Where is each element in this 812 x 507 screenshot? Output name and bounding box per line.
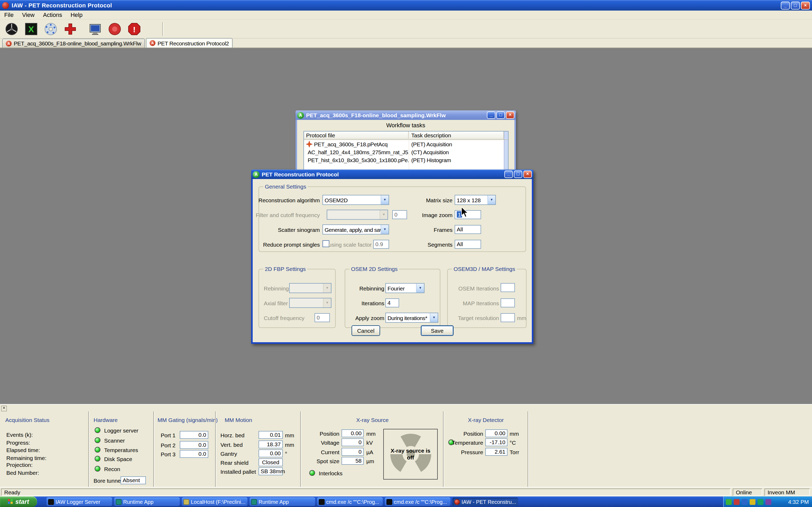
selected-value: 128 x 128 (455, 197, 488, 203)
close-button[interactable]: × (506, 111, 514, 119)
column-header-task-description[interactable]: Task description (409, 131, 504, 140)
maximize-button[interactable]: □ (791, 1, 800, 9)
cancel-button[interactable]: Cancel (352, 325, 380, 336)
scrollbar[interactable] (504, 140, 508, 148)
taskbar-item[interactable]: cmd.exe /c ""C:\Prog... (317, 498, 383, 506)
menu-view[interactable]: View (18, 11, 39, 19)
separator (443, 411, 444, 488)
field-label: Events (k): (6, 432, 33, 438)
field-label: Elapsed time: (6, 447, 40, 454)
taskbar-item[interactable]: cmd.exe /c ""C:\Prog... (385, 498, 450, 506)
taskbar-item[interactable]: IAW Logger Server (47, 498, 112, 506)
chevron-down-icon[interactable]: ▼ (416, 284, 424, 293)
separator (153, 411, 154, 488)
field-value: 58 (342, 457, 364, 465)
table-row[interactable]: PET_acq_3600s_F18.pPetAcq (PET) Acquisit… (304, 140, 508, 148)
tray-icon[interactable] (765, 499, 771, 505)
menu-actions[interactable]: Actions (39, 11, 66, 19)
taskbar-item[interactable]: Runtime App (250, 498, 315, 506)
menu-file[interactable]: File (0, 11, 18, 19)
taskbar-item-active[interactable]: IAW - PET Reconstru... (453, 498, 518, 506)
osem2d-rebinning-label: Rebinning (359, 285, 384, 292)
section-title: Acquisition Status (5, 417, 49, 423)
tab-reconstruction-protocol[interactable]: A PET Reconstruction Protocol2 (146, 38, 233, 48)
save-button[interactable]: Save (421, 325, 454, 336)
main-titlebar[interactable]: IAW - PET Reconstruction Protocol _ □ × (0, 0, 812, 11)
tab-strip: A PET_acq_3600s_F18-online_blood_samplin… (0, 39, 812, 48)
apply-zoom-select[interactable]: During iterations* ▼ (386, 313, 438, 323)
close-button[interactable]: × (801, 1, 810, 9)
maximize-button[interactable]: □ (496, 111, 505, 119)
tray-icon[interactable] (758, 499, 763, 505)
close-button[interactable]: × (523, 171, 532, 178)
chevron-down-icon[interactable]: ▼ (488, 195, 495, 205)
xray-source-section: X-ray Source Position 0.00 mm Voltage 0 … (302, 411, 443, 488)
mm-gating-section: MM Gating (signals/min) Port 1 0.0 Port … (155, 411, 215, 488)
panel-close-button[interactable]: × (1, 406, 7, 411)
tray-icon[interactable] (734, 499, 740, 505)
online-status: Online (733, 489, 762, 496)
osem-iterations-label: OSEM Iterations (458, 285, 499, 292)
taskbar-item[interactable]: LocalHost (F:\Preclini... (182, 498, 247, 506)
start-button[interactable]: start (0, 496, 37, 507)
field-unit: mm (366, 431, 375, 437)
minimize-button[interactable]: _ (781, 1, 790, 9)
add-icon[interactable] (63, 21, 78, 36)
disc-icon[interactable] (43, 21, 58, 36)
field-value: SB 38mm (258, 467, 283, 475)
reconstruction-algorithm-select[interactable]: OSEM2D ▼ (322, 195, 389, 205)
scrollbar[interactable] (504, 148, 508, 156)
scale-factor-label: using scale factor (328, 241, 372, 248)
osem2d-rebinning-select[interactable]: Fourier ▼ (386, 283, 424, 293)
tray-icon[interactable] (750, 499, 755, 505)
mm-motion-section: MM Motion Horz. bed 0.01 mm Vert. bed 18… (217, 411, 300, 488)
dialog-titlebar[interactable]: A PET Reconstruction Protocol _ □ × (251, 170, 534, 179)
toolbar: X ! (0, 19, 812, 39)
menu-help[interactable]: Help (66, 11, 87, 19)
monitor-icon[interactable] (88, 21, 103, 36)
table-row[interactable]: AC_half_120_4x4_180ms_275mm_rat_J5... (C… (304, 148, 508, 156)
table-row[interactable]: PET_hist_6x10_8x30_5x300_1x1800.pPe... (… (304, 156, 508, 164)
record-icon[interactable] (107, 21, 122, 36)
separator (88, 411, 89, 488)
chevron-down-icon[interactable]: ▼ (430, 313, 438, 322)
stop-icon[interactable]: ! (127, 21, 142, 36)
group-legend: OSEM3D / MAP Settings (452, 266, 517, 272)
field-value: 0.00 (342, 429, 364, 437)
matrix-size-select[interactable]: 128 x 128 ▼ (455, 195, 496, 205)
frames-field[interactable]: All (455, 225, 481, 234)
scatter-sinogram-select[interactable]: Generate, apply, and save ▼ (322, 224, 389, 234)
minimize-button[interactable]: _ (504, 171, 513, 178)
separator (527, 411, 529, 488)
xray-off-text: X-ray source is off (389, 447, 432, 461)
target-resolution-label: Target resolution (458, 314, 499, 322)
screen: IAW - PET Reconstruction Protocol _ □ × … (0, 0, 812, 507)
field-value: 18.37 (258, 441, 283, 448)
segments-field[interactable]: All (455, 240, 481, 249)
chevron-down-icon[interactable]: ▼ (380, 225, 389, 234)
field-unit: ° (285, 450, 287, 457)
taskbar-item[interactable]: Runtime App (114, 498, 180, 506)
pet-acquisition-icon (306, 141, 312, 147)
workflow-titlebar[interactable]: A PET_acq_3600s_F18-online_blood_samplin… (296, 110, 516, 120)
group-legend: 2D FBP Settings (263, 266, 307, 272)
iterations-field[interactable]: 4 (386, 298, 399, 307)
column-header-protocol-file[interactable]: Protocol file (304, 131, 409, 140)
excel-icon[interactable]: X (24, 21, 39, 36)
tray-icon[interactable] (726, 499, 732, 505)
console-icon (48, 499, 54, 505)
field-value: Closed (258, 458, 283, 466)
target-resolution-unit: mm (517, 314, 526, 322)
chevron-down-icon[interactable]: ▼ (380, 195, 389, 205)
scrollbar[interactable] (504, 156, 508, 164)
scrollbar[interactable] (504, 131, 508, 140)
aperture-icon[interactable] (4, 21, 19, 36)
scale-factor-field: 0.9 (373, 240, 389, 249)
status-led (95, 427, 100, 433)
maximize-button[interactable]: □ (514, 171, 522, 178)
chevron-down-icon: ▼ (323, 298, 331, 307)
minimize-button[interactable]: _ (487, 111, 495, 119)
tab-workflow[interactable]: A PET_acq_3600s_F18-online_blood_samplin… (2, 39, 145, 48)
tray-icon[interactable] (742, 499, 748, 505)
led-label: Recon (104, 466, 120, 473)
